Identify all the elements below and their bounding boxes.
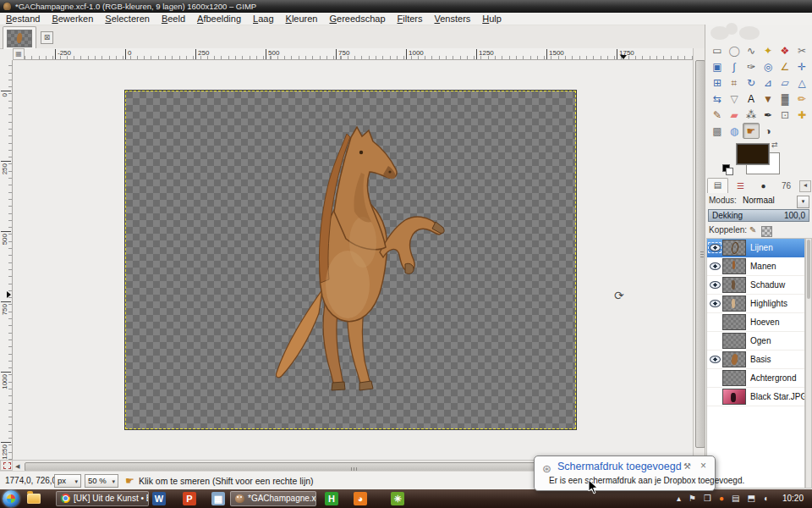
sync-status-icon[interactable]: ● — [719, 489, 724, 508]
filters-menu[interactable]: Filters — [392, 13, 429, 25]
smudge-tool-button[interactable]: ☛ — [743, 123, 760, 139]
mode-value[interactable]: Normaal — [743, 196, 775, 205]
opacity-slider[interactable]: Dekking 100,0 — [708, 209, 809, 222]
pencil-tool-button[interactable]: ✏ — [793, 91, 810, 107]
fuzzy-select-tool-button[interactable]: ✦ — [760, 42, 776, 58]
measure-tool-button[interactable]: ∠ — [776, 58, 793, 75]
flip-tool-button[interactable]: ⇆ — [709, 91, 726, 107]
heal-tool-button[interactable]: ✚ — [793, 107, 810, 123]
free-select-tool-button[interactable]: ∿ — [743, 42, 760, 58]
visibility-toggle[interactable] — [707, 372, 722, 384]
vertical-ruler[interactable]: 025050075010001250 — [0, 60, 13, 460]
ink-tool-button[interactable]: ✒ — [760, 107, 776, 123]
visibility-toggle[interactable] — [707, 334, 722, 347]
rotate-tool-button[interactable]: ↻ — [743, 75, 760, 91]
hoeven-layer-row[interactable]: Hoeven — [707, 313, 804, 332]
beeld-menu[interactable]: Beeld — [156, 13, 191, 25]
paths-tab[interactable]: ● — [753, 179, 774, 193]
ruler-origin-button[interactable]: ▦ — [13, 48, 25, 60]
swap-colors-icon[interactable]: ⇄ — [771, 141, 778, 149]
text-tool-button[interactable]: A — [743, 91, 760, 107]
blender-app[interactable]: ◕ — [354, 492, 367, 505]
bucket-fill-tool-button[interactable]: ▼ — [760, 91, 776, 107]
lock-paint-icon[interactable]: ✎ — [749, 225, 756, 235]
achtergrond-layer-row[interactable]: Achtergrond — [707, 369, 804, 388]
dock-tab-menu-button[interactable]: ◂ — [799, 180, 811, 192]
manen-layer-row[interactable]: Manen — [707, 257, 804, 276]
visibility-toggle[interactable] — [707, 390, 722, 403]
quick-mask-button[interactable] — [0, 460, 13, 471]
green-h-app[interactable]: H — [325, 492, 338, 505]
vertical-scrollbar[interactable] — [693, 48, 705, 460]
gimp-task-button[interactable]: *GAChampagne.xcf-... — [230, 491, 316, 506]
kleuren-menu[interactable]: Kleuren — [280, 13, 324, 25]
visibility-toggle[interactable] — [707, 279, 722, 291]
word-app[interactable]: W — [152, 492, 166, 505]
notification-settings-icon[interactable]: ⚒ — [683, 461, 691, 471]
image-tab[interactable] — [3, 26, 36, 49]
laag-menu[interactable]: Laag — [247, 13, 279, 25]
lock-alpha-icon[interactable] — [761, 226, 772, 237]
rectangle-select-tool-button[interactable]: ▭ — [709, 42, 726, 58]
visibility-toggle[interactable] — [707, 297, 722, 310]
bestand-menu[interactable]: Bestand — [0, 13, 46, 25]
visibility-toggle[interactable] — [707, 241, 722, 254]
scale-tool-button[interactable]: ⊿ — [760, 75, 776, 91]
foreground-color-swatch[interactable] — [736, 143, 770, 165]
default-colors-icon[interactable] — [722, 164, 733, 174]
paths-tool-button[interactable]: ∫ — [726, 58, 743, 75]
dodge-burn-tool-button[interactable]: ◑ — [760, 123, 776, 139]
ellipse-select-tool-button[interactable]: ◯ — [726, 42, 743, 58]
visibility-toggle[interactable] — [707, 353, 722, 366]
layers-tab[interactable]: ▤ — [707, 178, 728, 193]
selecteren-menu[interactable]: Selecteren — [99, 13, 156, 25]
shear-tool-button[interactable]: ▱ — [776, 75, 793, 91]
vensters-menu[interactable]: Vensters — [428, 13, 476, 25]
chrome-task-button[interactable]: [UK] Uit de Kunst • B... — [56, 491, 149, 506]
schaduw-layer-row[interactable]: Schaduw — [707, 276, 804, 295]
start-button[interactable] — [3, 490, 19, 507]
blur-sharpen-tool-button[interactable]: ◍ — [726, 123, 743, 139]
calculator-app[interactable]: ▦ — [211, 492, 225, 505]
perspective-clone-tool-button[interactable]: ▩ — [709, 123, 726, 139]
highlights-layer-row[interactable]: Highlights — [707, 295, 804, 313]
clipboard-tray-icon[interactable]: ▤ — [732, 489, 739, 508]
clone-tool-button[interactable]: ⊡ — [776, 107, 793, 123]
histogram-tab[interactable]: 76 — [776, 179, 797, 193]
gradient-tool-button[interactable]: ▓ — [776, 91, 793, 107]
network-tray-icon[interactable]: ⬒ — [748, 489, 755, 508]
horizontal-ruler[interactable]: -25002505007501000125015001750 — [25, 48, 693, 60]
select-by-color-tool-button[interactable]: ❖ — [776, 42, 793, 58]
action-center-flag-icon[interactable]: ⚑ — [689, 489, 696, 508]
channels-tab[interactable]: ☰ — [730, 179, 751, 193]
cage-transform-tool-button[interactable]: ▽ — [726, 91, 743, 107]
tab-extra-icon[interactable]: ⊠ — [41, 31, 53, 44]
notification-close-icon[interactable]: × — [700, 460, 706, 472]
powerpoint-app[interactable]: P — [183, 492, 196, 505]
paintbrush-tool-button[interactable]: ✎ — [709, 107, 726, 123]
black-star-jpg-layer-row[interactable]: Black Star.JPG — [707, 388, 804, 406]
basis-layer-row[interactable]: Basis — [707, 351, 804, 369]
perspective-tool-button[interactable]: △ — [793, 75, 810, 91]
align-tool-button[interactable]: ⊞ — [709, 75, 726, 91]
hulp-menu[interactable]: Hulp — [476, 13, 508, 25]
layer-list-scrollbar[interactable] — [805, 238, 812, 489]
gereedschap-menu[interactable]: Gereedschap — [323, 13, 391, 25]
scissors-select-tool-button[interactable]: ✂ — [793, 42, 810, 58]
visibility-toggle[interactable] — [707, 260, 722, 273]
green-flower-app[interactable]: ✳ — [391, 492, 404, 505]
afbeelding-menu[interactable]: Afbeelding — [191, 13, 247, 25]
image-canvas[interactable] — [125, 91, 576, 429]
crop-tool-button[interactable]: ⌗ — [726, 75, 743, 91]
eraser-tool-button[interactable]: ▰ — [726, 107, 743, 123]
show-hidden-icons-icon[interactable]: ▴ — [677, 489, 681, 508]
airbrush-tool-button[interactable]: ⁂ — [743, 107, 760, 123]
unit-select[interactable]: px▾ — [54, 474, 81, 488]
bewerken-menu[interactable]: Bewerken — [46, 13, 99, 25]
mode-dropdown-icon[interactable]: ▾ — [797, 196, 809, 208]
foreground-select-tool-button[interactable]: ▣ — [709, 58, 726, 75]
dropbox-tray-icon[interactable]: ❒ — [704, 489, 711, 508]
ogen-layer-row[interactable]: Ogen — [707, 332, 804, 351]
visibility-toggle[interactable] — [707, 316, 722, 329]
scroll-left-arrow-icon[interactable]: ◀ — [15, 463, 19, 470]
